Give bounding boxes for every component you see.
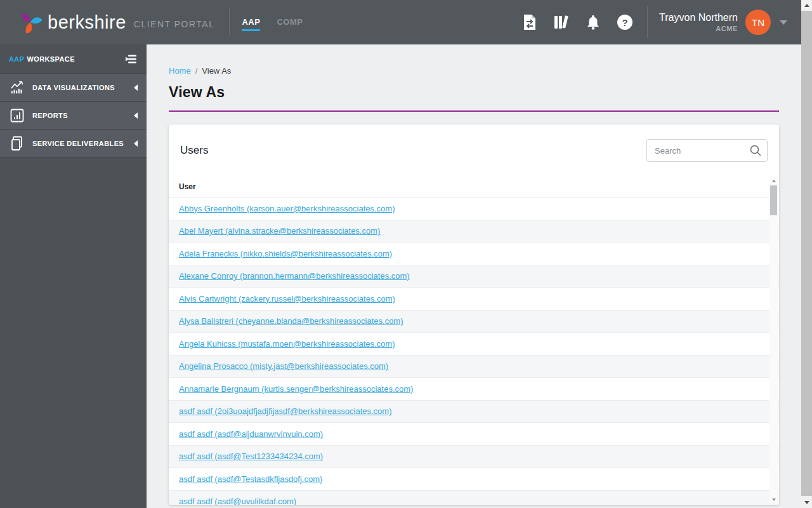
table-row: Abel Mayert (alvina.stracke@berkshireass… [169,220,779,243]
user-link[interactable]: Abbys Greenholts (karson.auer@berkshirea… [179,204,395,213]
brand-logo[interactable]: berkshire CLIENT PORTAL [19,11,214,34]
bar-chart-icon [10,109,24,123]
user-link[interactable]: asdf asdf (asdf@Testasdkfljasdofj.com) [179,474,322,484]
sidebar-item-data-visualizations[interactable]: DATA VISUALIZATIONS [0,74,147,102]
user-link[interactable]: Angela Kuhicss (mustafa.moen@berkshireas… [179,339,395,349]
users-list: Abbys Greenholts (karson.auer@berkshirea… [169,197,779,505]
user-link[interactable]: asdf asdf (asdf@uvulilkdaf.com) [179,497,296,505]
sidebar-item-label: REPORTS [32,112,134,119]
table-row: asdf asdf (asdf@aljduanwrvinvuin.com) [169,423,779,446]
sidebar-item-label: DATA VISUALIZATIONS [32,84,134,91]
table-row: Angela Kuhicss (mustafa.moen@berkshireas… [169,333,779,356]
table-row: Angelina Prosacco (misty.jast@berkshirea… [169,356,779,378]
user-divider [647,6,648,38]
notifications-bell-icon[interactable] [585,14,601,30]
table-row: Abbys Greenholts (karson.auer@berkshirea… [169,197,779,220]
search-icon[interactable] [749,144,762,159]
table-row: Alexane Conroy (brannon.hermann@berkshir… [169,265,779,288]
workspace-prefix: AAP [9,55,24,63]
scroll-up-icon[interactable] [769,177,778,185]
brand-name: berkshire [48,13,126,32]
page-scrollbar[interactable] [801,0,812,508]
user-link[interactable]: Alvis Cartwright (zackery.russel@berkshi… [179,294,395,304]
page-title: View As [169,84,779,101]
tab-comp[interactable]: COMP [277,13,303,31]
user-meta: Trayvon Northern ACME [659,11,738,34]
page-scrollbar-thumb[interactable] [801,11,812,496]
workspace-suffix: WORKSPACE [27,55,75,63]
table-row: Adela Franeckis (nikko.shields@berkshire… [169,243,779,265]
users-card-header: Users [169,124,779,177]
sidebar-collapse-icon[interactable] [122,53,137,65]
user-link[interactable]: asdf asdf (asdf@aljduanwrvinvuin.com) [179,429,323,439]
breadcrumb-separator: / [195,66,198,76]
avatar[interactable]: TN [745,10,771,35]
table-row: Annamarie Bergnaum (kurtis.senger@berksh… [169,378,779,401]
chevron-left-icon [134,84,138,91]
header-divider [229,8,230,36]
file-transfer-icon[interactable] [521,14,538,30]
scroll-down-icon[interactable] [769,495,778,504]
header-right: ? Trayvon Northern ACME TN [521,6,801,38]
chevron-left-icon [134,112,138,119]
user-link[interactable]: asdf asdf (2oi3uoajdfjadjfijasdf@berkshi… [179,406,391,416]
breadcrumb-home-link[interactable]: Home [169,66,191,76]
user-link[interactable]: Adela Franeckis (nikko.shields@berkshire… [179,249,392,258]
user-name: Trayvon Northern [659,11,738,24]
table-row: asdf asdf (asdf@Testasdkfljasdofj.com) [169,468,779,491]
documents-icon [10,137,24,150]
help-icon[interactable]: ? [617,14,633,30]
user-link[interactable]: Angelina Prosacco (misty.jast@berkshirea… [179,361,388,371]
tab-aap[interactable]: AAP [242,13,260,31]
sidebar-item-service-deliverables[interactable]: SERVICE DELIVERABLES [0,130,147,157]
workspace-header: AAPWORKSPACE [0,44,147,73]
chevron-down-icon[interactable] [780,20,787,25]
workspace-label: AAPWORKSPACE [9,55,75,63]
table-row: Alvis Cartwright (zackery.russel@berkshi… [169,288,779,311]
list-scrollbar[interactable] [769,177,778,504]
user-link[interactable]: Annamarie Bergnaum (kurtis.senger@berksh… [179,384,413,394]
user-link[interactable]: Alexane Conroy (brannon.hermann@berkshir… [179,271,410,281]
user-link[interactable]: Abel Mayert (alvina.stracke@berkshireass… [179,226,380,236]
app-header: berkshire CLIENT PORTAL AAP COMP [0,0,801,44]
table-row: asdf asdf (2oi3uoajdfjadjfijasdf@berkshi… [169,401,779,424]
table-row: asdf asdf (asdf@Test1233434234.com) [169,446,779,469]
user-company: ACME [659,24,738,34]
scroll-down-icon[interactable] [801,497,812,508]
main-content: Home / View As View As Users User Abbys … [147,44,801,508]
title-divider [169,110,779,112]
portal-label: CLIENT PORTAL [134,19,215,29]
sidebar-nav: DATA VISUALIZATIONS REPORTS [0,73,147,157]
library-icon[interactable] [553,14,570,30]
users-card-title: Users [180,144,208,157]
sidebar: AAPWORKSPACE [0,44,147,508]
users-card: Users User Abbys Greenholts (karson.auer… [169,124,779,505]
breadcrumb: Home / View As [169,66,779,76]
table-row: asdf asdf (asdf@uvulilkdaf.com) [169,491,779,505]
table-row: Alysa Balistreri (cheyanne.blanda@berksh… [169,311,779,333]
user-link[interactable]: Alysa Balistreri (cheyanne.blanda@berksh… [179,316,403,326]
breadcrumb-current: View As [202,66,231,76]
user-link[interactable]: asdf asdf (asdf@Test1233434234.com) [179,451,323,461]
header-icon-group: ? [521,14,633,30]
svg-text:?: ? [622,17,628,28]
chart-trend-icon [10,81,24,95]
sidebar-item-label: SERVICE DELIVERABLES [32,140,134,147]
users-column-header: User [169,177,779,197]
list-scrollbar-thumb[interactable] [770,185,777,215]
search-box [646,139,768,162]
scroll-up-icon[interactable] [801,0,812,11]
sidebar-item-reports[interactable]: REPORTS [0,102,147,130]
workspace-tabs: AAP COMP [242,13,303,31]
berkshire-pinwheel-icon [19,11,42,34]
chevron-left-icon [134,140,138,147]
